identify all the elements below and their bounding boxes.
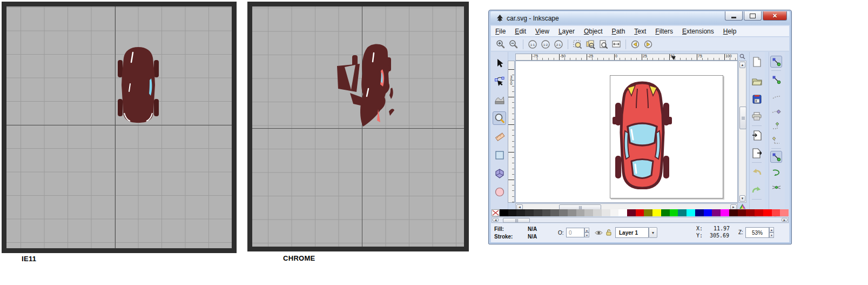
- palette-swatch[interactable]: [780, 209, 789, 216]
- redo-icon[interactable]: [751, 184, 763, 196]
- snap-edge-midpoints-icon[interactable]: [770, 120, 782, 131]
- opacity-spinner[interactable]: ▲▼: [584, 228, 589, 237]
- palette-swatch[interactable]: [772, 209, 780, 216]
- stroke-value[interactable]: N/A: [528, 234, 537, 240]
- print-icon[interactable]: [751, 110, 763, 122]
- vertical-ruler[interactable]: 300: [508, 61, 515, 203]
- palette-swatch[interactable]: [755, 209, 763, 216]
- palette-swatch[interactable]: [500, 209, 508, 216]
- palette-swatch[interactable]: [508, 209, 517, 216]
- palette-swatch[interactable]: [721, 209, 729, 216]
- zoom-next-icon[interactable]: [642, 38, 654, 50]
- snap-bbox-edges-icon[interactable]: [770, 90, 782, 102]
- palette-swatch[interactable]: [559, 209, 568, 216]
- zoom-1-2-icon[interactable]: 1:2: [540, 38, 551, 50]
- zoom-drawing-icon[interactable]: [584, 38, 596, 50]
- menu-edit[interactable]: Edit: [515, 28, 526, 35]
- zoom-spinner[interactable]: ▲▼: [769, 227, 774, 238]
- palette-swatch[interactable]: [568, 209, 576, 216]
- no-color-swatch[interactable]: [492, 209, 500, 216]
- vertical-scrollbar[interactable]: ▲ ▼: [738, 61, 746, 203]
- opacity-input[interactable]: 0: [566, 228, 584, 237]
- zoom-page-width-icon[interactable]: [610, 38, 622, 50]
- zoom-selection-icon[interactable]: [571, 38, 583, 50]
- palette-scroll-thumb[interactable]: [503, 218, 530, 223]
- scroll-up-button[interactable]: ▲: [739, 62, 745, 68]
- layer-lock-icon[interactable]: [605, 229, 612, 236]
- layer-visibility-icon[interactable]: [595, 230, 603, 236]
- menu-extensions[interactable]: Extensions: [682, 28, 714, 35]
- palette-swatch[interactable]: [576, 209, 585, 216]
- zoom-input[interactable]: 53%: [745, 227, 769, 238]
- snap-bbox-corners-icon[interactable]: [770, 105, 782, 117]
- menu-text[interactable]: Text: [634, 28, 646, 35]
- palette-swatch[interactable]: [678, 209, 687, 216]
- zoom-2-1-icon[interactable]: 2:1: [553, 38, 564, 50]
- palette-swatch[interactable]: [729, 209, 738, 216]
- canvas-zoom-lens-icon[interactable]: [739, 54, 745, 59]
- palette-swatch[interactable]: [687, 209, 695, 216]
- export-icon[interactable]: [751, 147, 763, 159]
- zoom-previous-icon[interactable]: [629, 38, 641, 50]
- inkscape-car-drawing[interactable]: [613, 81, 672, 189]
- zoom-out-icon[interactable]: [508, 38, 520, 50]
- palette-swatch[interactable]: [542, 209, 551, 216]
- menu-path[interactable]: Path: [612, 28, 625, 35]
- measure-tool[interactable]: [493, 130, 506, 143]
- restore-button[interactable]: [744, 11, 762, 21]
- menu-help[interactable]: Help: [723, 28, 737, 35]
- palette-swatch[interactable]: [534, 209, 542, 216]
- rectangle-tool[interactable]: [493, 148, 506, 162]
- minimize-button[interactable]: [725, 11, 743, 21]
- palette-swatch[interactable]: [610, 209, 619, 216]
- zoom-in-icon[interactable]: [495, 38, 507, 50]
- save-icon[interactable]: [751, 93, 763, 105]
- snap-enable-icon[interactable]: [770, 56, 782, 68]
- palette-swatch[interactable]: [584, 209, 593, 216]
- new-document-icon[interactable]: [751, 56, 763, 68]
- node-editor-tool[interactable]: [493, 75, 506, 88]
- menu-view[interactable]: View: [535, 28, 549, 35]
- undo-icon[interactable]: [751, 166, 763, 178]
- snap-bounding-box-icon[interactable]: [770, 74, 782, 85]
- close-button[interactable]: ✕: [763, 11, 787, 21]
- snap-nodes-icon[interactable]: [770, 151, 782, 163]
- selector-tool[interactable]: [493, 56, 506, 70]
- zoom-page-icon[interactable]: [597, 38, 609, 50]
- palette-swatch[interactable]: [636, 209, 644, 216]
- menu-filters[interactable]: Filters: [655, 28, 673, 35]
- palette-swatch[interactable]: [704, 209, 712, 216]
- palette-swatch[interactable]: [644, 209, 652, 216]
- palette-scrollbar[interactable]: ◄ ►: [492, 217, 789, 223]
- palette-swatch[interactable]: [550, 209, 559, 216]
- palette-swatch[interactable]: [602, 209, 610, 216]
- palette-swatch[interactable]: [652, 209, 661, 216]
- palette-swatch[interactable]: [763, 209, 772, 216]
- window-titlebar[interactable]: car.svg - Inkscape ✕: [490, 11, 790, 25]
- menu-layer[interactable]: Layer: [559, 28, 575, 35]
- menu-object[interactable]: Object: [584, 28, 603, 35]
- palette-swatch[interactable]: [738, 209, 746, 216]
- box-3d-tool[interactable]: [493, 167, 506, 180]
- palette-swatch[interactable]: [746, 209, 755, 216]
- layer-dropdown-button[interactable]: ▼: [649, 227, 657, 238]
- tweak-tool[interactable]: [493, 93, 506, 107]
- zoom-1-1-icon[interactable]: 1:1: [527, 38, 539, 50]
- import-icon[interactable]: [751, 129, 763, 141]
- palette-scroll-left[interactable]: ◄: [493, 218, 499, 222]
- palette-swatch[interactable]: [593, 209, 602, 216]
- palette-swatch[interactable]: [712, 209, 721, 216]
- palette-scroll-right[interactable]: ►: [782, 218, 788, 222]
- palette-swatch[interactable]: [516, 209, 525, 216]
- palette-swatch[interactable]: [618, 209, 627, 216]
- palette-swatch[interactable]: [525, 209, 534, 216]
- horizontal-ruler[interactable]: -75 -50 -25 0 25 50 75 100: [515, 54, 738, 61]
- ellipse-tool[interactable]: [493, 185, 506, 198]
- palette-swatch[interactable]: [695, 209, 704, 216]
- snap-centers-icon[interactable]: [770, 134, 782, 146]
- palette-swatch[interactable]: [661, 209, 670, 216]
- palette-swatch[interactable]: [670, 209, 678, 216]
- vertical-scroll-thumb[interactable]: [739, 107, 746, 129]
- scroll-down-button[interactable]: ▼: [739, 195, 745, 202]
- zoom-tool[interactable]: [493, 111, 506, 125]
